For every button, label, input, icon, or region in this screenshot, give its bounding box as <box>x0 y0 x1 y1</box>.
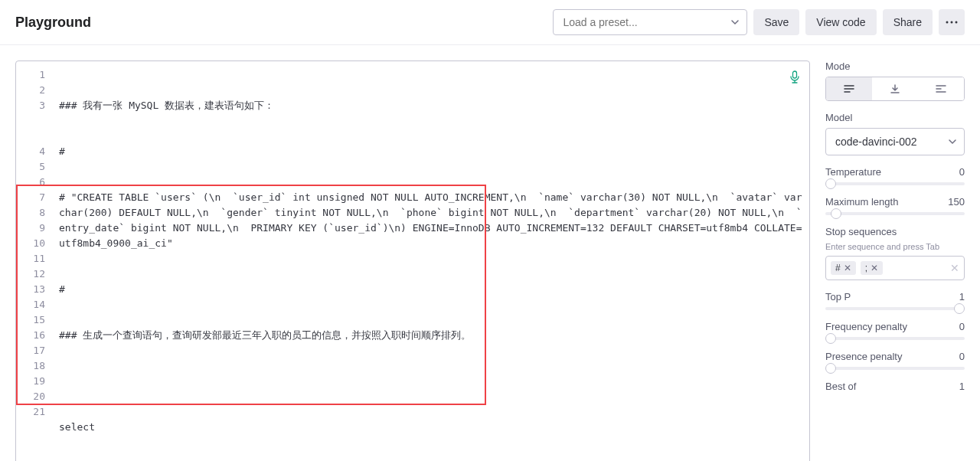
slider-thumb[interactable] <box>954 303 965 314</box>
save-button[interactable]: Save <box>753 9 799 35</box>
microphone-icon[interactable] <box>789 70 800 84</box>
presence-penalty-slider[interactable] <box>825 367 965 370</box>
top-p-slider[interactable] <box>825 307 965 310</box>
line-gutter: 1 2 3 4 5 6 7 8 9 10 11 12 13 14 15 16 1 <box>16 61 53 461</box>
slider-thumb[interactable] <box>825 363 836 374</box>
page-title: Playground <box>15 15 91 31</box>
editor-column: 1 2 3 4 5 6 7 8 9 10 11 12 13 14 15 16 1 <box>15 60 810 461</box>
code-line: # <box>59 144 803 159</box>
max-length-label: Maximum length <box>825 196 898 208</box>
edit-mode-icon <box>936 84 946 93</box>
model-value[interactable]: code-davinci-002 <box>825 128 965 155</box>
presence-penalty-value: 0 <box>959 351 965 362</box>
prompt-editor[interactable]: 1 2 3 4 5 6 7 8 9 10 11 12 13 14 15 16 1 <box>15 60 810 461</box>
freq-penalty-label: Frequency penalty <box>825 321 907 332</box>
main: 1 2 3 4 5 6 7 8 9 10 11 12 13 14 15 16 1 <box>0 45 980 461</box>
insert-mode-icon <box>890 83 900 94</box>
best-of-value: 1 <box>959 381 965 392</box>
sidebar: Mode Model code-davinci-002 Temperature … <box>825 60 965 461</box>
model-label: Model <box>825 112 852 123</box>
header-actions: Save View code Share <box>553 9 965 35</box>
temperature-value: 0 <box>959 166 965 178</box>
slider-thumb[interactable] <box>825 178 836 189</box>
code-line: # <box>59 282 803 297</box>
dots-horizontal-icon <box>946 21 958 24</box>
svg-point-0 <box>946 21 949 24</box>
svg-point-2 <box>956 21 958 24</box>
share-button[interactable]: Share <box>883 9 933 35</box>
preset-select[interactable] <box>553 9 747 35</box>
view-code-button[interactable]: View code <box>805 9 876 35</box>
complete-mode-icon <box>844 84 854 93</box>
max-length-value: 150 <box>948 196 965 208</box>
top-p-value: 1 <box>959 291 965 302</box>
stop-chip: #✕ <box>831 261 856 275</box>
code-content[interactable]: ### 我有一张 MySQL 数据表，建表语句如下： # # "CREATE T… <box>53 61 809 461</box>
clear-all-icon[interactable]: ✕ <box>950 262 959 274</box>
code-line: ### 生成一个查询语句，查询研发部最近三年入职的员工的信息，并按照入职时间顺序… <box>59 328 803 343</box>
mode-complete[interactable] <box>826 77 872 100</box>
mode-edit[interactable] <box>918 77 964 100</box>
best-of-label: Best of <box>825 381 856 392</box>
code-line: ### 我有一张 MySQL 数据表，建表语句如下： <box>59 98 803 113</box>
preset-input[interactable] <box>553 9 747 35</box>
slider-thumb[interactable] <box>831 208 841 219</box>
stop-sublabel: Enter sequence and press Tab <box>825 242 965 251</box>
mode-insert[interactable] <box>872 77 918 100</box>
model-select[interactable]: code-davinci-002 <box>825 128 965 155</box>
presence-penalty-label: Presence penalty <box>825 351 902 362</box>
stop-label: Stop sequences <box>825 226 897 237</box>
stop-chip: ;✕ <box>861 261 883 275</box>
top-p-label: Top P <box>825 291 851 302</box>
stop-sequences-input[interactable]: #✕ ;✕ ✕ <box>825 256 965 280</box>
mode-segment <box>825 77 965 101</box>
slider-thumb[interactable] <box>825 333 836 344</box>
max-length-slider[interactable] <box>825 212 965 215</box>
mode-label: Mode <box>825 60 851 72</box>
svg-rect-3 <box>793 71 797 78</box>
more-button[interactable] <box>939 9 965 35</box>
remove-chip-icon[interactable]: ✕ <box>871 263 878 273</box>
code-line <box>59 374 803 389</box>
freq-penalty-value: 0 <box>959 321 965 332</box>
code-line: select <box>59 420 803 435</box>
temperature-slider[interactable] <box>825 182 965 185</box>
freq-penalty-slider[interactable] <box>825 337 965 340</box>
temperature-label: Temperature <box>825 166 881 178</box>
remove-chip-icon[interactable]: ✕ <box>844 263 851 273</box>
header: Playground Save View code Share <box>0 0 980 45</box>
code-line: # "CREATE TABLE `users` (\n `user_id` in… <box>59 190 803 251</box>
svg-point-1 <box>951 21 953 24</box>
